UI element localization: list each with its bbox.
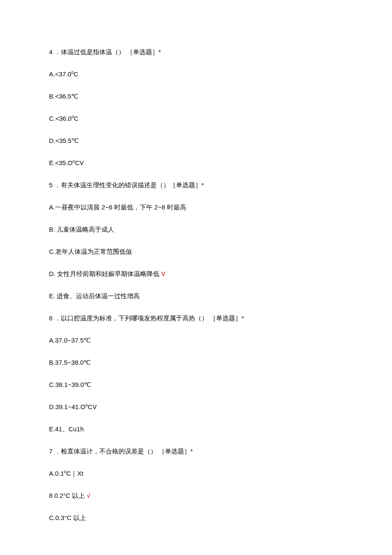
option-item: E. 进食、运动后体温一过性增高 xyxy=(49,291,343,301)
option-text: 8 0.2°C 以上 xyxy=(49,492,85,499)
option-suffix: CV xyxy=(75,159,84,166)
question-text: 5 ．有关体温生理性变化的错误描述是（）［单选题］* xyxy=(49,180,343,190)
option-suffix: C xyxy=(74,70,78,78)
option-item: D. 女性月经前期和妊娠早期体温略降低V xyxy=(49,269,343,279)
option-item: 8 0.2°C 以上√ xyxy=(49,491,343,501)
option-text: E.41。Cu1h xyxy=(49,425,84,433)
option-item: C.0.3°C 以上 xyxy=(49,513,343,523)
option-item: E.<35.OoCV xyxy=(49,158,343,168)
option-item: C.38.1~39.0℃ xyxy=(49,380,343,390)
option-text: E. 进食、运动后体温一过性增高 xyxy=(49,292,140,299)
option-text: B.37.5~38.0℃ xyxy=(49,359,91,366)
option-text: C.老年人体温为正常范围低值 xyxy=(49,248,132,255)
option-item: B.<36.5℃ xyxy=(49,91,343,102)
option-item: A.0.1oC｜Xt xyxy=(49,468,343,479)
option-text: C.0.3°C 以上 xyxy=(49,514,86,521)
option-text: C.38.1~39.0℃ xyxy=(49,381,91,388)
question-text: 7 ．检直体温计，不合格的误差是（） ［单选题］* xyxy=(49,446,343,456)
question-text: 4 ．体温过低是指体温（） ［单选题］* xyxy=(49,47,343,57)
option-text: D.<35.5℃ xyxy=(49,137,79,144)
option-suffix: C xyxy=(74,115,79,122)
check-mark-icon: √ xyxy=(86,492,90,499)
option-item: B. 儿童体温略高于成人 xyxy=(49,224,343,235)
option-text: A.<37.0 xyxy=(49,70,71,78)
option-suffix: C｜Xt xyxy=(66,470,84,477)
option-item: A.一昼夜中以清晨 2~6 时最低，下午 2~8 时最高 xyxy=(49,202,343,212)
option-text: E.<35.O xyxy=(49,159,72,166)
check-mark-icon: V xyxy=(161,270,165,277)
option-item: B.37.5~38.0℃ xyxy=(49,357,343,368)
option-item: D.39.1~41.OoCV xyxy=(49,402,343,412)
option-item: C.老年人体温为正常范围低值 xyxy=(49,247,343,257)
option-text: D. 女性月经前期和妊娠早期体温略降低 xyxy=(49,270,159,277)
option-text: C.<36.0 xyxy=(49,115,72,122)
option-text: A.一昼夜中以清晨 2~6 时最低，下午 2~8 时最高 xyxy=(49,203,186,211)
option-item: E.41。Cu1h xyxy=(49,424,343,434)
option-text: B. 儿童体温略高于成人 xyxy=(49,226,114,233)
option-text: D.39.1~41.O xyxy=(49,403,85,410)
option-item: D.<35.5℃ xyxy=(49,136,343,146)
option-text: A.0.1 xyxy=(49,470,64,477)
option-item: A.37.0~37.5℃ xyxy=(49,335,343,346)
question-text: 6 ．以口腔温度为标准，下列哪项发热程度属于高热（） ［单选题］* xyxy=(49,313,343,323)
option-suffix: CV xyxy=(88,403,97,410)
option-item: A.<37.0oC xyxy=(49,69,343,79)
option-item: C.<36.0oC xyxy=(49,113,343,124)
option-text: B.<36.5℃ xyxy=(49,93,78,100)
option-text: A.37.0~37.5℃ xyxy=(49,337,91,344)
